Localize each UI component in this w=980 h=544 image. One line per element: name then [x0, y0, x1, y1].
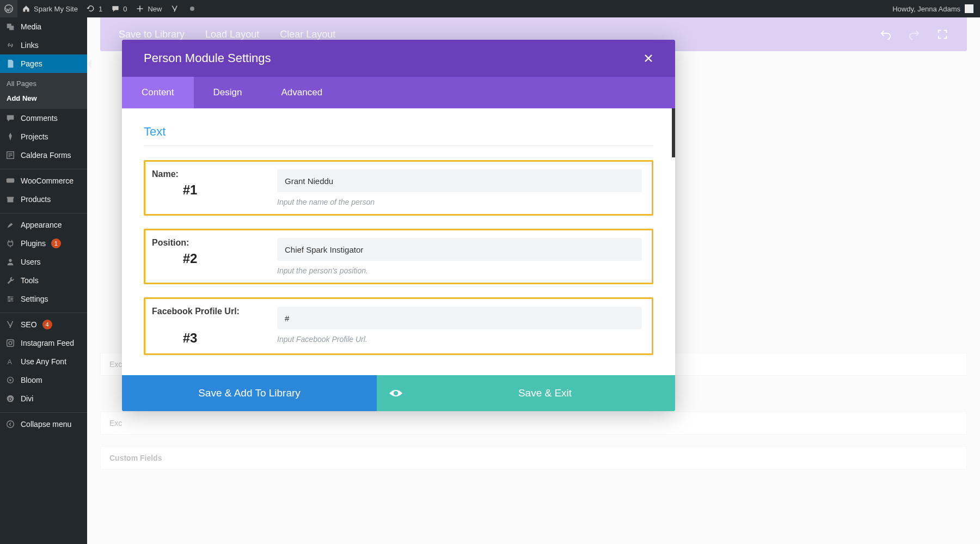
- svg-point-13: [9, 379, 11, 381]
- sidebar-label: Users: [21, 258, 41, 266]
- undo-icon: [880, 28, 892, 40]
- preview-button[interactable]: [377, 375, 415, 411]
- clear-layout-button[interactable]: Clear Layout: [280, 29, 335, 40]
- sidebar-item-use-font[interactable]: A Use Any Font: [0, 352, 87, 371]
- annotation-1: #1: [152, 182, 228, 198]
- sidebar-label: Projects: [21, 132, 48, 141]
- position-input[interactable]: [277, 238, 642, 261]
- close-button[interactable]: [644, 53, 653, 63]
- sidebar-item-pages[interactable]: Pages: [0, 54, 87, 73]
- collapse-icon: [5, 419, 15, 429]
- modal-body: Text Name: #1 Input the name of the pers…: [122, 108, 675, 375]
- save-add-library-button[interactable]: Save & Add To Library: [122, 375, 377, 411]
- position-label: Position:: [152, 238, 272, 248]
- svg-point-1: [190, 7, 194, 11]
- sidebar-item-bloom[interactable]: Bloom: [0, 371, 87, 389]
- scrollbar-thumb[interactable]: [672, 108, 675, 157]
- redo-button[interactable]: [908, 28, 920, 40]
- sidebar-item-plugins[interactable]: Plugins 1: [0, 234, 87, 253]
- sidebar-label: Links: [21, 41, 39, 50]
- svg-point-7: [9, 300, 10, 302]
- sidebar-label: Settings: [21, 295, 48, 303]
- sidebar-item-caldera[interactable]: Caldera Forms: [0, 146, 87, 164]
- bloom-icon: [5, 375, 15, 385]
- sidebar-item-instagram[interactable]: Instagram Feed: [0, 334, 87, 352]
- expand-button[interactable]: [936, 28, 948, 40]
- sidebar-label: Instagram Feed: [21, 339, 74, 347]
- name-label: Name:: [152, 169, 272, 179]
- module-settings-modal: Person Module Settings Content Design Ad…: [122, 40, 675, 411]
- sidebar-item-woo[interactable]: WooCommerce: [0, 172, 87, 190]
- sidebar-item-tools[interactable]: Tools: [0, 271, 87, 290]
- admin-bar: Spark My Site 1 0 New Howdy, Jenna Adams: [0, 0, 980, 17]
- site-name: Spark My Site: [34, 5, 78, 13]
- form-icon: [5, 150, 15, 160]
- yoast-icon: [5, 320, 15, 329]
- sidebar-item-media[interactable]: Media: [0, 17, 87, 36]
- modal-header: Person Module Settings: [122, 40, 675, 77]
- svg-point-10: [12, 341, 13, 342]
- user-icon: [5, 257, 15, 267]
- new-label: New: [148, 5, 162, 13]
- facebook-input[interactable]: [277, 307, 642, 329]
- sidebar-label: Use Any Font: [21, 357, 66, 366]
- load-layout-button[interactable]: Load Layout: [205, 29, 259, 40]
- sidebar-item-appearance[interactable]: Appearance: [0, 216, 87, 234]
- sidebar-item-settings[interactable]: Settings: [0, 290, 87, 308]
- sidebar-sub-all-pages[interactable]: All Pages: [0, 76, 87, 91]
- eye-icon: [389, 388, 403, 398]
- plug-icon: [5, 239, 15, 248]
- sidebar-label: Tools: [21, 276, 39, 285]
- sidebar-item-comments[interactable]: Comments: [0, 109, 87, 127]
- sidebar-item-collapse[interactable]: Collapse menu: [0, 415, 87, 433]
- sidebar-label: Products: [21, 195, 51, 204]
- font-icon: A: [5, 357, 15, 366]
- sidebar-item-products[interactable]: Products: [0, 190, 87, 209]
- avatar[interactable]: [965, 4, 973, 13]
- svg-point-16: [7, 421, 14, 428]
- svg-point-9: [9, 341, 12, 345]
- sidebar-label: Media: [21, 22, 41, 31]
- builder-toolbar-right: [880, 28, 948, 40]
- name-input[interactable]: [277, 169, 642, 192]
- comments-link[interactable]: 0: [107, 0, 131, 17]
- tab-advanced[interactable]: Advanced: [261, 77, 342, 108]
- save-exit-button[interactable]: Save & Exit: [415, 375, 675, 411]
- name-help: Input the name of the person: [277, 198, 642, 206]
- custom-fields-panel[interactable]: Custom Fields: [100, 447, 967, 469]
- modal-title: Person Module Settings: [144, 51, 271, 65]
- undo-button[interactable]: [880, 28, 892, 40]
- seo-badge: 4: [42, 320, 52, 329]
- svg-rect-3: [7, 179, 14, 183]
- sidebar-item-divi[interactable]: D Divi: [0, 389, 87, 408]
- sidebar-item-users[interactable]: Users: [0, 253, 87, 271]
- facebook-label: Facebook Profile Url:: [152, 307, 272, 316]
- status-dot-link[interactable]: [183, 0, 201, 17]
- svg-text:A: A: [8, 358, 13, 366]
- field-input-col: Input the person's position.: [277, 238, 642, 275]
- site-name-link[interactable]: Spark My Site: [17, 0, 82, 17]
- tab-content[interactable]: Content: [122, 77, 194, 108]
- section-title[interactable]: Text: [144, 125, 653, 139]
- sidebar-item-projects[interactable]: Projects: [0, 127, 87, 146]
- sidebar-sub-add-new[interactable]: Add New: [0, 91, 87, 106]
- tab-design[interactable]: Design: [194, 77, 262, 108]
- updates-link[interactable]: 1: [82, 0, 107, 17]
- save-to-library-button[interactable]: Save to Library: [119, 29, 185, 40]
- link-icon: [5, 40, 15, 50]
- excerpt-panel-2[interactable]: Exc: [100, 412, 967, 435]
- greeting[interactable]: Howdy, Jenna Adams: [892, 5, 960, 13]
- plugins-badge: 1: [51, 239, 61, 248]
- svg-point-5: [8, 296, 10, 298]
- sidebar-item-seo[interactable]: SEO 4: [0, 315, 87, 334]
- field-input-col: Input the name of the person: [277, 169, 642, 206]
- modal-tabs: Content Design Advanced: [122, 77, 675, 108]
- sidebar-label: WooCommerce: [21, 176, 74, 185]
- sliders-icon: [5, 294, 15, 304]
- sidebar-label: Appearance: [21, 221, 62, 229]
- brush-icon: [5, 220, 15, 230]
- new-link[interactable]: New: [131, 0, 166, 17]
- yoast-link[interactable]: [166, 0, 183, 17]
- sidebar-item-links[interactable]: Links: [0, 36, 87, 54]
- wp-logo[interactable]: [0, 0, 17, 17]
